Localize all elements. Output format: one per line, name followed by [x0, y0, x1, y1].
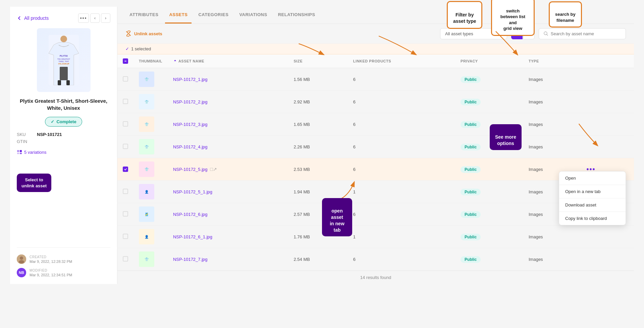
tab-assets[interactable]: ASSETS [165, 7, 192, 24]
dropdown-chevron-icon [497, 31, 502, 36]
privacy: Public [455, 248, 523, 271]
annotation-unlink: Select to unlink asset [17, 174, 51, 192]
col-thumbnail: THUMBNAIL [133, 54, 168, 68]
more-options-button[interactable]: ••• [78, 13, 89, 23]
context-menu: OpenOpen in a new tabDownload assetCopy … [559, 171, 626, 225]
linked-products: 6 [348, 248, 455, 271]
tab-relationships[interactable]: RELATIONSHIPS [274, 7, 319, 24]
asset-type: Images [523, 136, 579, 158]
asset-type: Images [523, 248, 579, 271]
linked-products: 6 [348, 68, 455, 91]
gtin-label: GTIN [17, 139, 34, 144]
list-icon [514, 31, 520, 36]
svg-text:#VLOOKUP: #VLOOKUP [58, 63, 69, 65]
asset-name[interactable]: NSP-10172_1.jpg [173, 77, 208, 82]
table-container: THUMBNAIL ASSET NAME SIZE LINKED PRODUCT… [117, 54, 634, 271]
row-checkbox[interactable] [123, 211, 128, 217]
svg-point-5 [60, 36, 67, 42]
next-button[interactable]: › [101, 13, 110, 23]
thumbnail: 👕 [139, 139, 154, 154]
linked-products: 6 [348, 203, 455, 226]
search-input[interactable] [551, 31, 621, 36]
tab-attributes[interactable]: ATTRIBUTES [125, 7, 162, 24]
tab-variations[interactable]: VARIATIONS [235, 7, 271, 24]
asset-name[interactable]: NSP-10172_5_1.jpg [173, 189, 212, 194]
col-asset-name[interactable]: ASSET NAME [168, 54, 288, 68]
svg-text:THE GREATEST: THE GREATEST [57, 58, 70, 60]
asset-name[interactable]: NSP-10172_6_1.jpg [173, 234, 212, 239]
col-type: TYPE [523, 54, 579, 68]
svg-rect-20 [527, 31, 529, 33]
table-row: 👕NSP-10172_3.jpg1.65 MB6PublicImages [117, 113, 634, 136]
svg-point-15 [19, 260, 24, 264]
asset-name[interactable]: NSP-10172_5.jpg [173, 167, 208, 172]
svg-rect-6 [60, 67, 68, 80]
svg-rect-19 [515, 35, 519, 35]
asset-size: 2.53 MB [288, 158, 348, 181]
context-menu-item[interactable]: Open [559, 172, 626, 185]
asset-type: Images [523, 91, 579, 113]
row-actions [579, 136, 634, 158]
sidebar-header: All products ••• ‹ › [17, 13, 110, 23]
svg-text:THING, THAT: THING, THAT [58, 60, 69, 62]
privacy: Public [455, 113, 523, 136]
product-name: Plytix Greatest T-Shirt, Short-Sleeve, W… [17, 97, 110, 111]
row-checkbox[interactable] [123, 256, 128, 262]
asset-type: Images [523, 226, 579, 248]
variations-link[interactable]: 5 variations [17, 149, 110, 155]
context-menu-item[interactable]: Download asset [559, 198, 626, 212]
grid-view-button[interactable] [523, 28, 535, 39]
product-meta: SKU NSP-101721 GTIN [17, 132, 110, 144]
asset-size: 2.26 MB [288, 136, 348, 158]
prev-button[interactable]: ‹ [90, 13, 100, 23]
tab-categories[interactable]: CATEGORIES [194, 7, 232, 24]
asset-type-filter[interactable]: All asset types [440, 28, 507, 39]
row-actions [579, 91, 634, 113]
table-row: 👕NSP-10172_1.jpg1.56 MB6PublicImages [117, 68, 634, 91]
row-checkbox[interactable] [123, 234, 128, 239]
list-view-button[interactable] [511, 28, 523, 39]
asset-name[interactable]: NSP-10172_4.jpg [173, 144, 208, 149]
col-linked-products: LINKED PRODUCTS [348, 54, 455, 68]
context-menu-item[interactable]: Copy link to clipboard [559, 212, 626, 225]
row-checkbox[interactable] [123, 99, 128, 104]
thumbnail: 👕 [139, 72, 154, 87]
privacy: Public [455, 181, 523, 203]
row-checkbox[interactable] [123, 144, 128, 149]
row-checkbox[interactable] [123, 167, 128, 172]
context-menu-item[interactable]: Open in a new tab [559, 185, 626, 198]
back-link[interactable]: All products [17, 15, 49, 21]
asset-name[interactable]: NSP-10172_7.jpg [173, 257, 208, 262]
svg-rect-25 [124, 61, 126, 61]
sku-label: SKU [17, 132, 34, 137]
select-all-checkbox[interactable] [123, 58, 128, 64]
asset-size: 2.92 MB [288, 91, 348, 113]
col-size: SIZE [288, 54, 348, 68]
open-in-tab-icon[interactable]: □↗ [210, 167, 217, 172]
row-checkbox[interactable] [123, 76, 128, 82]
col-privacy: PRIVACY [455, 54, 523, 68]
row-checkbox[interactable] [123, 189, 128, 194]
svg-rect-17 [515, 32, 519, 33]
asset-name[interactable]: NSP-10172_6.jpg [173, 212, 208, 217]
sidebar: All products ••• ‹ › PLYTIX THE GREATEST… [10, 7, 117, 284]
check-icon: ✓ [51, 119, 54, 124]
avatar-modified: NB [17, 268, 26, 277]
asset-name[interactable]: NSP-10172_3.jpg [173, 122, 208, 127]
row-checkbox[interactable] [123, 121, 128, 127]
linked-products: 1 [348, 181, 455, 203]
svg-rect-11 [17, 153, 19, 154]
svg-rect-9 [17, 150, 19, 152]
asset-size: 2.57 MB [288, 203, 348, 226]
asset-size: 2.54 MB [288, 248, 348, 271]
search-box [539, 28, 626, 39]
unlink-button[interactable]: Unlink assets [125, 31, 162, 37]
table-row: 🎽NSP-10172_6.jpg2.57 MB6PublicImages [117, 203, 634, 226]
search-icon [544, 31, 548, 36]
unlink-icon [125, 31, 131, 37]
linked-products: 1 [348, 226, 455, 248]
asset-name[interactable]: NSP-10172_2.jpg [173, 99, 208, 104]
table-row: 👕NSP-10172_2.jpg2.92 MB6PublicImages [117, 91, 634, 113]
privacy: Public [455, 68, 523, 91]
linked-products: 6 [348, 158, 455, 181]
